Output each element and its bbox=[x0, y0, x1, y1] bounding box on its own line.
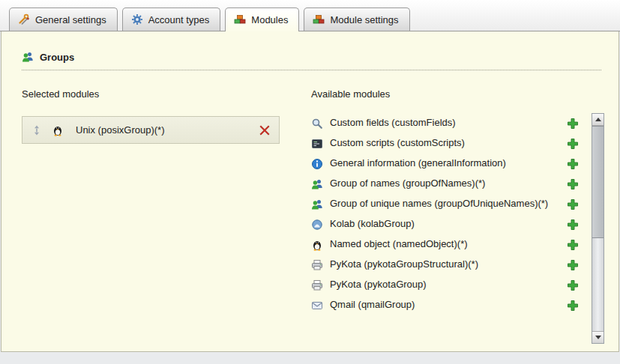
tab-label: Module settings bbox=[330, 14, 398, 25]
add-module-button[interactable] bbox=[567, 138, 579, 150]
triangle-down-icon bbox=[595, 336, 601, 339]
content-panel: Groups Selected modules Unix (posixGroup… bbox=[1, 31, 619, 352]
gear-icon bbox=[131, 13, 143, 25]
tab-bar: General settings Account types Modules M… bbox=[0, 0, 620, 31]
tab-label: General settings bbox=[35, 14, 106, 25]
scrollbar-track[interactable] bbox=[592, 126, 604, 331]
script-icon bbox=[311, 138, 323, 150]
add-module-button[interactable] bbox=[567, 158, 579, 170]
available-modules-scrollbar[interactable] bbox=[592, 113, 604, 344]
available-module-label: Group of names (groupOfNames)(*) bbox=[330, 178, 567, 190]
scroll-up-button[interactable] bbox=[592, 114, 604, 126]
groups-icon bbox=[311, 198, 323, 210]
mail-icon bbox=[311, 300, 323, 312]
add-module-button[interactable] bbox=[567, 198, 579, 210]
available-module-row: Custom scripts (customScripts) bbox=[311, 133, 589, 154]
scroll-down-button[interactable] bbox=[592, 331, 604, 343]
available-module-row: Group of unique names (groupOfUniqueName… bbox=[311, 194, 589, 214]
available-module-row: PyKota (pykotaGroupStructural)(*) bbox=[311, 255, 589, 275]
available-module-label: PyKota (pykotaGroup) bbox=[330, 279, 567, 291]
selected-modules-list: Unix (posixGroup)(*) bbox=[22, 116, 295, 144]
module-blocks-icon bbox=[234, 13, 246, 25]
tab-label: Modules bbox=[251, 14, 288, 25]
tools-icon bbox=[18, 13, 30, 25]
available-module-label: Custom fields (customFields) bbox=[330, 117, 567, 130]
info-icon bbox=[311, 158, 323, 170]
available-module-label: Qmail (qmailGroup) bbox=[330, 299, 567, 312]
add-module-button[interactable] bbox=[567, 219, 579, 231]
available-modules-list-wrap: Custom fields (customFields) Custom scri… bbox=[311, 113, 604, 344]
triangle-up-icon bbox=[595, 118, 601, 121]
groups-icon bbox=[22, 51, 34, 63]
available-modules-heading: Available modules bbox=[311, 88, 604, 100]
add-module-button[interactable] bbox=[567, 259, 579, 271]
available-modules-list: Custom fields (customFields) Custom scri… bbox=[311, 113, 589, 344]
add-module-button[interactable] bbox=[567, 279, 579, 291]
available-module-label: General information (generalInformation) bbox=[330, 157, 567, 170]
printer-icon bbox=[311, 279, 323, 291]
available-module-row: Kolab (kolabGroup) bbox=[311, 214, 589, 234]
groups-section-header: Groups bbox=[22, 51, 601, 70]
available-module-label: Named object (namedObject)(*) bbox=[330, 238, 567, 251]
available-module-row: General information (generalInformation) bbox=[311, 154, 589, 174]
available-module-label: PyKota (pykotaGroupStructural)(*) bbox=[330, 258, 567, 271]
add-module-button[interactable] bbox=[567, 239, 579, 251]
kolab-icon bbox=[311, 219, 323, 231]
selected-modules-heading: Selected modules bbox=[22, 88, 295, 100]
tab-account-types[interactable]: Account types bbox=[122, 7, 221, 31]
tab-label: Account types bbox=[148, 14, 210, 25]
printer-icon bbox=[311, 259, 323, 271]
tux-penguin-icon bbox=[52, 124, 64, 136]
available-module-label: Custom scripts (customScripts) bbox=[330, 137, 567, 150]
available-module-label: Group of unique names (groupOfUniqueName… bbox=[330, 198, 567, 210]
add-module-button[interactable] bbox=[567, 300, 579, 312]
available-module-row: Named object (namedObject)(*) bbox=[311, 234, 589, 255]
selected-modules-column: Selected modules Unix (posixGroup)(*) bbox=[16, 79, 295, 344]
available-module-row: Custom fields (customFields) bbox=[311, 113, 589, 133]
tab-module-settings[interactable]: Module settings bbox=[304, 7, 409, 31]
selected-module-row: Unix (posixGroup)(*) bbox=[22, 116, 280, 144]
scrollbar-thumb[interactable] bbox=[592, 126, 604, 238]
tux-penguin-icon bbox=[311, 239, 323, 251]
groups-icon bbox=[311, 178, 323, 190]
selected-module-label: Unix (posixGroup)(*) bbox=[76, 124, 164, 136]
magnifier-icon bbox=[311, 118, 323, 130]
available-module-row: Qmail (qmailGroup) bbox=[311, 295, 589, 315]
module-columns: Selected modules Unix (posixGroup)(*) Av… bbox=[16, 79, 604, 344]
add-module-button[interactable] bbox=[567, 178, 579, 190]
tab-general-settings[interactable]: General settings bbox=[9, 7, 118, 31]
tab-modules[interactable]: Modules bbox=[225, 7, 299, 31]
drag-handle-icon[interactable] bbox=[31, 124, 43, 136]
module-blocks-icon bbox=[313, 13, 325, 25]
remove-module-button[interactable] bbox=[259, 124, 271, 136]
add-module-button[interactable] bbox=[567, 118, 579, 130]
available-module-row: PyKota (pykotaGroup) bbox=[311, 275, 589, 295]
page-title: Groups bbox=[40, 52, 74, 63]
lam-configuration-page: General settings Account types Modules M… bbox=[0, 0, 620, 364]
available-modules-column: Available modules Custom fields (customF… bbox=[295, 79, 604, 344]
available-module-row: Group of names (groupOfNames)(*) bbox=[311, 174, 589, 194]
available-module-label: Kolab (kolabGroup) bbox=[330, 218, 567, 231]
